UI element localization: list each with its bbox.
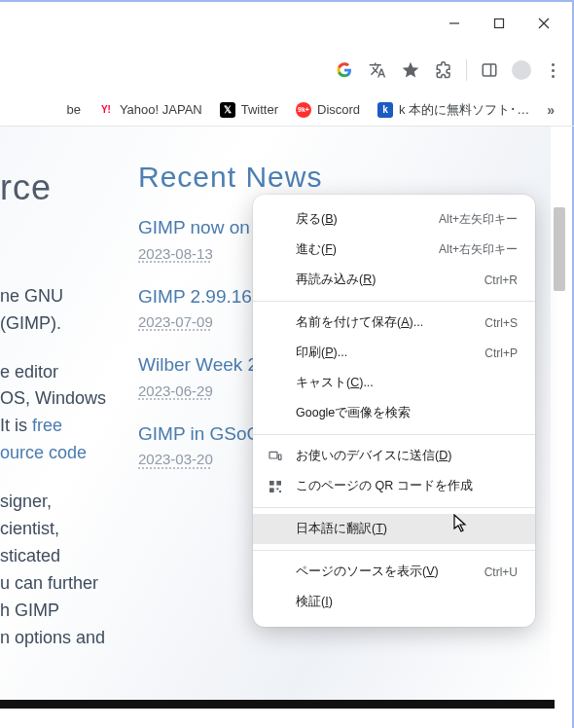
bookmark-label: be [66,102,80,117]
separator [253,434,535,435]
shortcut-text: Ctrl+R [484,273,518,287]
cursor-icon [453,514,469,537]
ctx-send-to-device[interactable]: お使いのデバイスに送信(D) [253,441,535,471]
bookmark-item[interactable]: Y! Yahoo! JAPAN [98,102,202,118]
news-date: 2023-07-09 [138,313,213,330]
ctx-inspect[interactable]: 検証(I) [253,587,535,617]
shortcut-text: Ctrl+U [484,565,518,579]
window-maximize-button[interactable] [477,5,521,42]
body-text: ne GNU (GIMP). e editor OS, Windows It i… [0,283,111,652]
separator [253,550,535,551]
ctx-view-source[interactable]: ページのソースを表示(V) Ctrl+U [253,557,535,587]
news-heading: Recent News [138,161,551,194]
svg-rect-9 [276,481,281,486]
devices-icon [267,448,284,465]
bookmark-item[interactable]: 9k+ Discord [296,102,360,118]
shortcut-text: Alt+右矢印キー [439,241,518,258]
svg-rect-4 [483,64,496,76]
svg-rect-10 [269,488,274,492]
profile-avatar[interactable] [512,60,531,80]
separator [253,301,535,302]
window-minimize-button[interactable] [432,5,477,42]
window-close-button[interactable] [521,5,566,42]
shortcut-text: Ctrl+S [484,316,518,330]
ctx-back[interactable]: 戻る(B) Alt+左矢印キー [253,204,535,235]
shortcut-text: Alt+左矢印キー [439,211,518,228]
news-date: 2023-03-20 [138,451,213,467]
ctx-cast[interactable]: キャスト(C)... [253,368,535,398]
free-software-link[interactable]: free [32,416,62,435]
svg-rect-8 [269,481,274,486]
news-date: 2023-08-13 [138,245,213,262]
k-icon: k [377,102,393,118]
yahoo-icon: Y! [98,102,114,118]
bookmarks-overflow-icon[interactable]: » [547,102,555,118]
shortcut-text: Ctrl+P [484,346,518,360]
discord-icon: 9k+ [296,102,311,118]
separator [253,507,535,508]
bookmark-item[interactable]: k k 本的に無料ソフト･… [377,101,529,119]
svg-rect-11 [276,488,278,490]
ctx-print[interactable]: 印刷(P)... Ctrl+P [253,338,535,368]
bookmark-star-icon[interactable] [400,59,421,81]
page-heading-fragment: rce [0,167,52,207]
taskbar-fragment [0,700,555,709]
svg-rect-7 [278,455,281,459]
svg-rect-12 [279,491,281,492]
ctx-forward[interactable]: 進む(F) Alt+右矢印キー [253,235,535,265]
bookmark-label: Twitter [241,102,278,117]
bookmark-item[interactable]: be [66,102,80,117]
bookmark-item[interactable]: 𝕏 Twitter [220,102,278,118]
translate-icon[interactable] [367,59,388,81]
extensions-icon[interactable] [433,59,454,81]
ctx-reload[interactable]: 再読み込み(R) Ctrl+R [253,265,535,295]
ctx-save-as[interactable]: 名前を付けて保存(A)... Ctrl+S [253,308,535,338]
source-code-link[interactable]: ource code [0,440,111,467]
scrollbar-thumb[interactable] [554,207,565,291]
x-icon: 𝕏 [220,102,235,118]
qr-icon [267,478,284,495]
bookmark-label: Discord [317,102,360,117]
bookmark-label: k 本的に無料ソフト･… [399,101,529,119]
context-menu: 戻る(B) Alt+左矢印キー 進む(F) Alt+右矢印キー 再読み込み(R)… [253,195,535,627]
ctx-translate-to-japanese[interactable]: 日本語に翻訳(T) [253,514,535,544]
ctx-google-image-search[interactable]: Googleで画像を検索 [253,398,535,428]
ctx-create-qr[interactable]: このページの QR コードを作成 [253,471,535,501]
separator [466,59,467,81]
chrome-menu-button[interactable] [543,63,562,78]
svg-rect-6 [269,452,277,458]
news-date: 2023-06-29 [138,382,213,399]
svg-rect-1 [495,19,504,28]
google-icon[interactable] [334,59,355,81]
bookmark-label: Yahoo! JAPAN [120,102,202,117]
side-panel-icon[interactable] [479,59,500,81]
